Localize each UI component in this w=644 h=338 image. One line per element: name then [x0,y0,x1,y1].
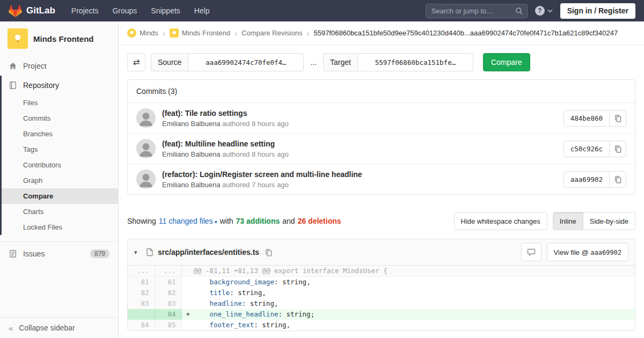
swap-revisions-button[interactable]: ⇄ [127,53,145,71]
code-line: headline: string, [181,298,635,309]
commit-title-link[interactable]: (feat): Multiline headline setting [162,139,289,148]
sidebar-issues-section: Issues 879 [0,241,118,263]
comment-button[interactable] [521,243,541,261]
old-line-number[interactable] [128,309,155,320]
commit-sha: aaa69902 [564,171,610,188]
author-avatar[interactable] [136,108,156,128]
left-sidebar: Minds Frontend Project Repository Files … [0,21,119,338]
nav-projects[interactable]: Projects [66,4,104,18]
diff-line: 83 83 headline: string, [128,298,635,309]
sidebar-item-repository[interactable]: Repository [2,76,118,95]
nav-snippets[interactable]: Snippets [145,4,185,18]
new-line-number[interactable]: 81 [155,277,181,288]
code-token-rest: : string, [242,299,279,307]
copy-file-path-button[interactable] [264,247,274,258]
commit-title-link[interactable]: (feat): Tile ratio settings [162,109,289,117]
old-line-number[interactable]: 81 [128,277,155,288]
swap-icon: ⇄ [133,57,140,67]
old-line-number[interactable]: 82 [128,288,155,298]
breadcrumb-project-link[interactable]: Minds Frontend [182,29,230,37]
sidebar-item-contributors[interactable]: Contributors [2,157,118,173]
issues-icon [9,249,17,258]
sidebar-item-charts[interactable]: Charts [2,204,118,219]
main-content: Minds › Minds Frontend › Compare Revisio… [119,0,644,331]
help-dropdown[interactable]: ? [535,6,553,16]
breadcrumb-group-link[interactable]: Minds [140,29,158,37]
search-icon[interactable] [515,7,523,15]
new-line-number[interactable]: 82 [155,288,181,298]
group-avatar [127,28,136,38]
breadcrumb-separator: › [235,29,237,37]
source-revision-input[interactable] [188,53,304,71]
sidebar-item-issues[interactable]: Issues 879 [0,244,118,263]
repository-icon [9,81,17,90]
code-token-rest: : string, [254,321,290,329]
code-token-name: headline [210,299,242,307]
target-revision-input[interactable] [357,53,473,71]
search-input[interactable] [426,4,528,18]
copy-sha-button[interactable] [610,141,626,157]
diff-line-added: 84 +one_line_headline: string; [128,309,635,320]
commit-author-link[interactable]: Emiliano Balbuena [162,120,220,128]
copy-sha-button[interactable] [610,171,626,188]
sidebar-item-locked-files[interactable]: Locked Files [2,219,118,235]
code-token-rest: : string, [230,289,266,297]
revision-range-dots: ... [310,58,317,67]
sidebar-item-files[interactable]: Files [2,95,118,111]
nav-groups[interactable]: Groups [107,4,142,18]
sidebar-item-project[interactable]: Project [0,56,118,76]
new-line-number[interactable]: 84 [155,309,181,320]
old-line-number[interactable]: 83 [128,298,155,309]
sidebar-item-compare[interactable]: Compare [2,188,118,204]
new-line-number[interactable]: 85 [155,320,181,330]
author-avatar[interactable] [136,170,156,189]
showing-label: Showing [127,217,156,225]
question-icon: ? [535,6,545,16]
collapse-sidebar-label: Collapse sidebar [19,324,75,332]
commit-time: authored 8 hours ago [222,150,289,158]
project-mini-avatar [170,28,179,38]
file-path-link[interactable]: src/app/interfaces/entities.ts [158,248,259,256]
diff-summary-bar: Showing 11 changed files▾ with 73 additi… [127,212,635,230]
inline-view-button[interactable]: Inline [553,212,583,230]
commit-row: (feat): Tile ratio settings Emiliano Bal… [128,103,635,134]
commit-sha: 484be860 [564,110,610,127]
code-token-name: title [210,289,230,297]
sidebar-item-label: Project [23,62,47,70]
commit-author-link[interactable]: Emiliano Balbuena [162,150,220,158]
code-line: footer_text: string, [181,320,635,330]
breadcrumb: Minds › Minds Frontend › Compare Revisio… [119,21,644,45]
diff-hunk-line: ... ... @@ -81,11 +81,13 @@ export inter… [128,266,635,277]
commit-author-link[interactable]: Emiliano Balbuena [162,181,220,189]
gitlab-home-link[interactable]: GitLab [9,4,55,17]
collapse-diff-icon[interactable]: ▾ [134,249,142,256]
nav-help[interactable]: Help [189,4,215,18]
breadcrumb-separator: › [163,29,165,37]
side-by-side-view-button[interactable]: Side-by-side [583,212,635,230]
new-line-number[interactable]: 83 [155,298,181,309]
compare-revisions-form: ⇄ Source ... Target Compare [119,45,644,78]
sidebar-item-commits[interactable]: Commits [2,111,118,126]
sidebar-section-repository: Repository Files Commits Branches Tags C… [0,76,118,235]
code-token-rest: : string; [278,310,314,318]
compare-button[interactable]: Compare [483,53,530,71]
old-line-number[interactable]: 84 [128,320,155,330]
sidebar-item-branches[interactable]: Branches [2,126,118,142]
deletions-count: 26 deletions [298,217,341,225]
diff-file-header: ▾ src/app/interfaces/entities.ts View fi… [128,239,635,266]
commit-time: authored 7 hours ago [222,181,289,189]
comment-icon [527,248,536,256]
sidebar-item-tags[interactable]: Tags [2,142,118,157]
sidebar-item-graph[interactable]: Graph [2,173,118,188]
breadcrumb-compare-link[interactable]: Compare Revisions [241,29,302,37]
commit-sha: c50c926c [564,141,610,157]
collapse-sidebar-button[interactable]: « Collapse sidebar [0,317,118,338]
sign-in-button[interactable]: Sign in / Register [560,3,635,19]
copy-sha-button[interactable] [610,110,626,127]
project-header[interactable]: Minds Frontend [0,21,118,54]
commit-title-link[interactable]: (refactor): Login/Register screen and mu… [162,170,362,179]
hide-whitespace-button[interactable]: Hide whitespace changes [454,212,547,230]
view-file-button[interactable]: View file @ aaa69902 [547,243,628,261]
author-avatar[interactable] [136,139,156,158]
changed-files-dropdown[interactable]: 11 changed files▾ [159,217,217,225]
